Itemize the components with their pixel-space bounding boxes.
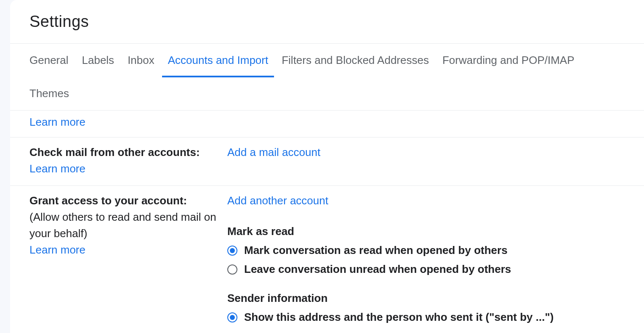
sender-information-heading: Sender information (227, 290, 625, 307)
tab-labels[interactable]: Labels (82, 44, 114, 77)
grant-access-subtitle: (Allow others to read and send mail on y… (29, 209, 227, 242)
radio-button-icon (227, 312, 237, 322)
radio-label: Leave conversation unread when opened by… (244, 261, 511, 278)
tab-accounts-and-import[interactable]: Accounts and Import (168, 44, 268, 77)
tab-filters-and-blocked[interactable]: Filters and Blocked Addresses (282, 44, 429, 77)
radio-label: Mark conversation as read when opened by… (244, 242, 508, 259)
radio-label: Show this address and the person who sen… (244, 309, 554, 325)
grant-access-learn-more-link[interactable]: Learn more (29, 243, 85, 256)
grant-access-section: Grant access to your account: (Allow oth… (10, 186, 644, 333)
radio-mark-read-when-opened[interactable]: Mark conversation as read when opened by… (227, 242, 625, 259)
radio-leave-unread[interactable]: Leave conversation unread when opened by… (227, 261, 625, 278)
tab-general[interactable]: General (29, 44, 69, 77)
check-mail-label: Check mail from other accounts: (29, 144, 227, 161)
learn-more-link[interactable]: Learn more (29, 116, 85, 128)
settings-tabs: General Labels Inbox Accounts and Import… (10, 43, 644, 111)
top-section-row: Learn more (10, 111, 644, 137)
mark-as-read-heading: Mark as read (227, 223, 625, 240)
radio-show-address-and-sender[interactable]: Show this address and the person who sen… (227, 309, 625, 325)
tab-themes[interactable]: Themes (29, 77, 69, 110)
tab-forwarding-pop-imap[interactable]: Forwarding and POP/IMAP (442, 44, 575, 77)
settings-panel: Settings General Labels Inbox Accounts a… (10, 0, 644, 333)
radio-button-icon (227, 246, 237, 256)
tab-inbox[interactable]: Inbox (128, 44, 154, 77)
page-title: Settings (29, 13, 644, 31)
add-another-account-link[interactable]: Add another account (227, 194, 328, 207)
settings-header: Settings (10, 0, 644, 43)
check-mail-section: Check mail from other accounts: Learn mo… (10, 137, 644, 186)
grant-access-label: Grant access to your account: (29, 193, 227, 209)
check-mail-learn-more-link[interactable]: Learn more (29, 162, 85, 175)
radio-button-icon (227, 264, 237, 275)
add-mail-account-link[interactable]: Add a mail account (227, 146, 320, 159)
